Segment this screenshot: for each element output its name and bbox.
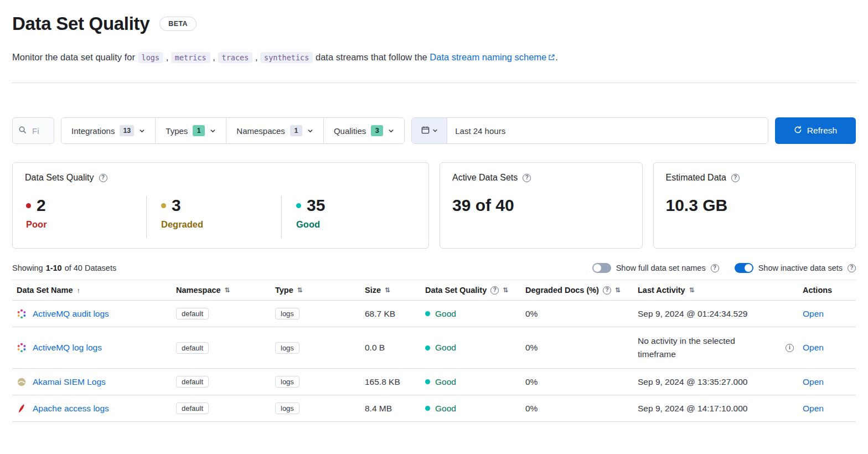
namespace-badge: default (176, 308, 209, 319)
col-type[interactable]: Type⇅ (271, 280, 360, 301)
active-datasets-panel: Active Data Sets ? 39 of 40 (440, 162, 643, 249)
show-inactive-switch[interactable] (735, 263, 753, 273)
table-row: ActiveMQ log logs default logs 0.0 B Goo… (12, 327, 856, 369)
open-link[interactable]: Open (803, 377, 824, 386)
degraded-value: 3 (172, 196, 181, 215)
sortable-icon: ⇅ (385, 286, 390, 294)
question-icon[interactable]: ? (603, 286, 611, 295)
dataset-link[interactable]: Apache access logs (33, 404, 109, 414)
question-icon[interactable]: ? (490, 286, 499, 295)
filter-count-badge: 1 (290, 125, 302, 136)
stat-good: 35 Good (281, 196, 416, 238)
sort-asc-icon: ↑ (77, 286, 81, 295)
toggle-label: Show inactive data sets (758, 264, 843, 272)
refresh-button[interactable]: Refresh (775, 117, 856, 144)
chevron-down-icon (139, 126, 145, 136)
toggle-label: Show full data set names (616, 264, 706, 272)
filter-count-badge: 3 (371, 125, 383, 136)
col-last-activity-label: Last Activity (638, 286, 685, 295)
last-activity-value: No activity in the selected timeframe (638, 334, 766, 361)
dataset-link[interactable]: ActiveMQ audit logs (33, 309, 109, 319)
showing-prefix: Showing (12, 264, 43, 272)
datasets-table: Data Set Name↑ Namespace⇅ Type⇅ Size⇅ Da… (12, 280, 856, 422)
dataset-quality-page: Data Set Quality BETA Monitor the data s… (0, 0, 868, 422)
health-dot (425, 345, 430, 350)
stream-badge-metrics: metrics (171, 52, 210, 63)
filter-label: Namespaces (236, 126, 285, 136)
question-icon[interactable]: ? (523, 174, 531, 182)
filter-label: Integrations (71, 126, 115, 136)
col-name[interactable]: Data Set Name↑ (12, 280, 172, 301)
col-quality-label: Data Set Quality (425, 286, 487, 295)
datasets-quality-panel: Data Sets Quality ? 2 Poor 3 Degraded 35… (12, 162, 429, 249)
table-header-row: Data Set Name↑ Namespace⇅ Type⇅ Size⇅ Da… (12, 280, 856, 301)
quality-stats: 2 Poor 3 Degraded 35 Good (25, 196, 416, 238)
stat-degraded: 3 Degraded (146, 196, 281, 238)
type-badge: logs (275, 376, 299, 388)
open-link[interactable]: Open (803, 404, 824, 413)
panel-title: Estimated Data (666, 173, 726, 183)
col-size-label: Size (365, 286, 381, 295)
open-link[interactable]: Open (803, 309, 824, 318)
size-value: 68.7 KB (365, 309, 395, 318)
namespace-badge: default (176, 403, 209, 414)
poor-dot (26, 203, 31, 208)
toggle-show-inactive: Show inactive data sets ? (735, 263, 856, 273)
degraded-label: Degraded (161, 219, 281, 230)
col-last-activity[interactable]: Last Activity⇅ (633, 280, 798, 301)
panel-title-row: Data Sets Quality ? (25, 173, 416, 183)
type-badge: logs (275, 308, 299, 319)
beta-badge: BETA (159, 17, 197, 31)
type-badge: logs (275, 342, 299, 354)
question-icon[interactable]: ? (848, 264, 856, 272)
page-header: Data Set Quality BETA (12, 13, 856, 34)
filter-bar: Integrations 13 Types 1 Namespaces 1 Qua… (12, 117, 856, 144)
sortable-icon: ⇅ (503, 286, 508, 294)
showing-count: Showing 1-10 of 40 Datasets (12, 264, 116, 272)
dataset-link[interactable]: Akamai SIEM Logs (33, 377, 106, 387)
open-link[interactable]: Open (803, 343, 824, 352)
header-divider (12, 82, 856, 83)
filter-count-badge: 13 (120, 125, 134, 136)
panel-title: Data Sets Quality (25, 173, 94, 183)
comma: , (255, 52, 258, 62)
date-quick-select-button[interactable] (412, 118, 447, 143)
question-icon[interactable]: ? (99, 174, 107, 182)
dataset-link[interactable]: ActiveMQ log logs (33, 343, 102, 353)
col-namespace[interactable]: Namespace⇅ (172, 280, 271, 301)
timerange-value[interactable]: Last 24 hours (447, 118, 513, 143)
filter-integrations[interactable]: Integrations 13 (61, 118, 155, 143)
sortable-icon: ⇅ (689, 286, 695, 294)
filter-types[interactable]: Types 1 (155, 118, 226, 143)
col-quality[interactable]: Data Set Quality?⇅ (421, 280, 521, 301)
sortable-icon: ⇅ (615, 286, 621, 294)
active-datasets-value: 39 of 40 (452, 196, 630, 215)
col-actions-label: Actions (803, 286, 832, 295)
page-title: Data Set Quality (12, 13, 149, 34)
last-activity-value: Sep 9, 2024 @ 01:24:34.529 (638, 309, 747, 318)
refresh-label: Refresh (807, 126, 837, 136)
naming-scheme-link[interactable]: Data stream naming scheme (430, 52, 546, 62)
activemq-icon (17, 343, 27, 353)
search-icon (18, 126, 27, 136)
col-size[interactable]: Size⇅ (360, 280, 421, 301)
show-full-names-switch[interactable] (592, 263, 611, 273)
toggle-show-full-names: Show full data set names ? (592, 263, 719, 273)
filter-qualities[interactable]: Qualities 3 (323, 118, 404, 143)
col-degraded[interactable]: Degraded Docs (%)?⇅ (521, 280, 633, 301)
comma: , (166, 52, 169, 62)
question-icon[interactable]: ? (731, 174, 740, 182)
info-icon[interactable]: i (786, 344, 794, 352)
filter-count-badge: 1 (193, 125, 205, 136)
stream-badge-traces: traces (218, 52, 253, 63)
quality-value: Good (435, 404, 456, 414)
search-input[interactable] (31, 126, 48, 136)
calendar-icon (421, 126, 430, 136)
question-icon[interactable]: ? (711, 264, 719, 272)
external-link-icon (548, 49, 555, 66)
col-degraded-label: Degraded Docs (%) (525, 286, 599, 295)
filter-namespaces[interactable]: Namespaces 1 (226, 118, 323, 143)
last-activity-value: Sep 9, 2024 @ 13:35:27.000 (638, 377, 747, 386)
col-type-label: Type (275, 286, 293, 295)
stream-badge-synthetics: synthetics (260, 52, 313, 63)
